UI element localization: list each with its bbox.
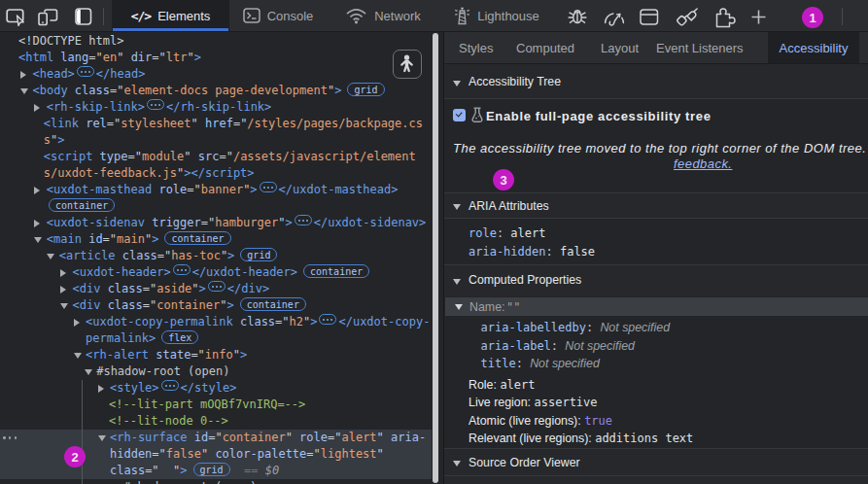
section-expand-icon[interactable] — [453, 279, 461, 285]
bug-icon[interactable] — [567, 9, 588, 25]
accessibility-tree-toggle-button[interactable] — [393, 50, 422, 79]
section-source-order-viewer[interactable]: Source Order Viewer — [444, 449, 868, 475]
expand-arrow-closed-icon[interactable] — [74, 319, 80, 327]
section-expand-icon[interactable] — [453, 461, 461, 467]
section-aria-attributes[interactable]: ARIA Attributes — [444, 193, 868, 218]
adorner-badge-container[interactable]: container — [240, 297, 306, 311]
dom-tree-row[interactable]: <uxdot-header></uxdot-header>container — [0, 264, 443, 281]
aria-attribute-row[interactable]: role: alert — [469, 226, 545, 240]
dom-tree-row[interactable]: s/uxdot-feedback.js"></script> — [0, 165, 443, 182]
dom-tree-row[interactable]: #shadow-root (open) — [0, 479, 443, 484]
dom-tree-row[interactable]: <rh-skip-link></rh-skip-link> — [0, 99, 443, 116]
expand-ellipsis-icon[interactable] — [208, 281, 226, 292]
expand-arrow-open-icon[interactable] — [85, 369, 92, 375]
dom-tree-row-selected[interactable]: <rh-surface id="container" role="alert" … — [0, 430, 432, 446]
section-expand-icon[interactable] — [453, 81, 461, 86]
section-accessibility-tree[interactable]: Accessibility Tree — [444, 64, 868, 98]
adorner-badge-container[interactable]: container — [49, 198, 115, 212]
dom-tree-row[interactable]: <uxdot-masthead role="banner"></uxdot-ma… — [0, 182, 443, 198]
plug-icon[interactable] — [675, 8, 701, 27]
section-computed-properties[interactable]: Computed Properties — [444, 265, 868, 296]
adorner-badge-container[interactable]: container — [164, 231, 230, 245]
dom-tree-row[interactable]: <head></head> — [0, 66, 443, 83]
sidebar-tab-event-listeners[interactable]: Event Listeners — [648, 32, 751, 63]
tab-elements[interactable]: </>Elements — [112, 0, 229, 31]
dom-tree-row-selected[interactable]: class=" ">grid == $0 — [0, 463, 432, 479]
expand-arrow-closed-icon[interactable] — [20, 71, 26, 79]
expand-arrow-open-icon[interactable] — [60, 303, 68, 309]
expand-arrow-open-icon[interactable] — [47, 254, 54, 259]
extensions-icon[interactable] — [712, 7, 736, 28]
tab-lighthouse[interactable]: Lighthouse — [445, 0, 548, 31]
dom-tree-row[interactable]: <uxdot-copy-permalink class="h2"></uxdot… — [0, 314, 443, 330]
expand-arrow-open-icon[interactable] — [74, 353, 82, 359]
expand-ellipsis-icon[interactable] — [147, 99, 164, 110]
expand-ellipsis-icon[interactable] — [319, 314, 336, 325]
expand-ellipsis-icon[interactable] — [260, 182, 277, 192]
expand-ellipsis-icon[interactable] — [161, 380, 179, 391]
computed-property-row[interactable]: Relevant (live regions): additions text — [469, 429, 693, 446]
dom-tree-row[interactable]: s"> — [0, 132, 443, 149]
adorner-badge-grid[interactable]: grid — [240, 248, 277, 261]
aria-attribute-row[interactable]: aria-hidden: false — [469, 245, 595, 259]
expand-arrow-closed-icon[interactable] — [60, 286, 66, 294]
expand-arrow-open-icon[interactable] — [98, 435, 106, 441]
tab-network[interactable]: Network — [336, 0, 430, 31]
sidebar-tab-styles[interactable]: Styles — [451, 32, 501, 63]
adorner-badge-grid[interactable]: grid — [193, 463, 230, 476]
expand-arrow-closed-icon[interactable] — [34, 220, 40, 227]
device-toolbar-icon[interactable] — [37, 8, 59, 26]
sidebar-tab-computed[interactable]: Computed — [508, 32, 582, 63]
tab-console[interactable]: Console — [233, 0, 323, 31]
dom-tree-row[interactable]: <div class="container">container — [0, 297, 443, 314]
dom-tree-row[interactable]: <body class="element-docs page-developme… — [0, 83, 443, 99]
code-token: =" — [143, 282, 156, 295]
divider — [444, 218, 868, 219]
adorner-badge-flex[interactable]: flex — [161, 330, 198, 344]
expand-arrow-open-icon[interactable] — [34, 237, 42, 243]
dom-tree-row[interactable]: <html lang="en" dir="ltr"> — [0, 50, 443, 66]
expand-ellipsis-icon[interactable] — [77, 66, 94, 77]
performance-gauge-icon[interactable] — [603, 9, 626, 26]
sidebar-tab-accessibility[interactable]: Accessibility — [768, 32, 859, 63]
adorner-badge-container[interactable]: container — [303, 264, 369, 278]
computed-name-row[interactable]: Name: "" — [445, 297, 868, 317]
dom-tree-row[interactable]: <!--lit-node 0--> — [0, 413, 443, 430]
dom-tree-row[interactable]: <script type="module" src="/assets/javas… — [0, 149, 443, 165]
computed-property-row[interactable]: Role: alert — [469, 375, 536, 393]
dom-tree-row[interactable]: <main id="main">container — [0, 231, 443, 248]
sidebar-tab-layout[interactable]: Layout — [593, 32, 646, 63]
dom-tree-row[interactable]: <style></style> — [0, 380, 443, 397]
computed-property-row[interactable]: Atomic (live regions): true — [469, 411, 612, 429]
full-page-a11y-tree-checkbox[interactable] — [453, 109, 466, 121]
expand-arrow-closed-icon[interactable] — [98, 385, 104, 393]
dom-tree-row[interactable]: <uxdot-sidenav trigger="hamburger"></uxd… — [0, 215, 443, 231]
name-expand-icon[interactable] — [455, 304, 463, 310]
inspect-icon[interactable] — [6, 8, 26, 26]
dom-tree-row[interactable]: <div class="aside"></div> — [0, 281, 443, 297]
expand-arrow-closed-icon[interactable] — [34, 187, 40, 194]
feedback-link[interactable]: feedback. — [674, 156, 732, 171]
dom-tree-row[interactable]: <article class="has-toc">grid — [0, 248, 443, 264]
dom-tree-row[interactable]: <link rel="stylesheet" href="/styles/pag… — [0, 116, 443, 132]
expand-ellipsis-icon[interactable] — [295, 215, 312, 225]
dom-tree-row[interactable]: <rh-alert state="info"> — [0, 347, 443, 363]
computed-property-row[interactable]: Live region: assertive — [469, 393, 598, 410]
elements-scrollbar-thumb[interactable] — [433, 33, 438, 483]
dom-tree-row[interactable]: container — [0, 198, 443, 215]
code-token: href — [205, 117, 233, 130]
selected-row-more-dots[interactable] — [3, 436, 17, 439]
expand-arrow-closed-icon[interactable] — [34, 104, 40, 112]
dom-tree-row[interactable]: <!--lit-part mOQBf7vnIRQ=--> — [0, 397, 443, 413]
more-tabs-plus-icon[interactable] — [749, 8, 768, 26]
dom-tree-row[interactable]: <!DOCTYPE html> — [0, 33, 443, 50]
expand-ellipsis-icon[interactable] — [173, 264, 191, 275]
application-icon[interactable] — [640, 9, 659, 25]
dom-tree-row[interactable]: #shadow-root (open) — [0, 363, 443, 380]
expand-arrow-closed-icon[interactable] — [60, 269, 66, 277]
dom-tree-row[interactable]: permalink>flex — [0, 330, 443, 347]
section-expand-icon[interactable] — [453, 204, 461, 210]
expand-arrow-open-icon[interactable] — [20, 88, 28, 94]
dock-side-icon[interactable] — [75, 8, 92, 25]
adorner-badge-grid[interactable]: grid — [347, 83, 384, 96]
